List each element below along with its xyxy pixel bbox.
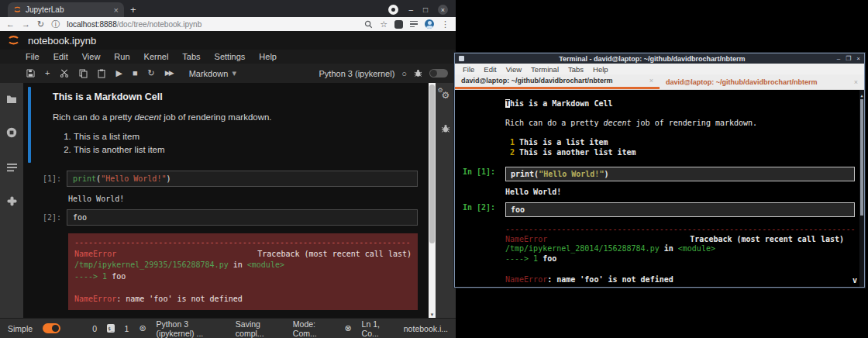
nbterm-code-input[interactable]: print("Hello World!") [505,167,855,181]
nbterm-prompt: In [2]: [463,202,505,212]
restart-kernel-button[interactable]: ↻ [148,69,155,78]
debugger-icon[interactable] [441,122,450,136]
tab-close-icon[interactable]: × [854,78,858,86]
site-info-icon[interactable]: ⓘ [51,19,60,30]
extension-icon[interactable] [394,20,403,29]
terminal-minimize-icon[interactable]: – [837,55,840,62]
nbterm-code-cell-2[interactable]: In [2]: foo [463,202,855,217]
browser-tab[interactable]: JupyterLab × [8,2,124,17]
tmenu-terminal[interactable]: Terminal [526,65,563,74]
error-message: : name 'foo' is not defined [116,295,243,303]
file-browser-icon[interactable] [6,93,17,107]
table-of-contents-icon[interactable] [7,161,17,175]
notification-icon[interactable]: ⊗ [344,323,351,333]
nbterm-code-cell-1[interactable]: In [1]: print("Hello World!") [463,167,855,181]
running-kernels-icon[interactable] [6,127,17,141]
markdown-cell[interactable]: This is a Markdown Cell Rich can do a pr… [23,83,429,167]
execution-prompt: [2]: [23,209,67,222]
menu-run[interactable]: Run [107,52,136,61]
cursor-position[interactable]: Ln 1, Co... [362,319,394,338]
copy-cells-button[interactable] [79,69,88,78]
kernel-icon: ⊚ [139,323,146,333]
menu-view[interactable]: View [75,52,108,61]
scrollbar-down-icon[interactable]: ▼ [429,312,436,317]
error-arrow: ----> 1 [74,272,112,281]
terminal-app-icon [459,56,464,61]
debugger-toggle[interactable] [429,69,448,78]
restart-run-all-button[interactable]: ▶▶ [165,69,173,78]
status-bar: Simple 0 $_ 1 ⊚ Python 3 (ipykernel) ...… [0,318,456,338]
paste-cells-button[interactable] [98,69,105,78]
tab-close-icon[interactable]: × [114,5,119,15]
tab-close-icon[interactable]: × [649,77,653,84]
cut-cells-button[interactable] [60,69,69,78]
tmenu-file[interactable]: File [458,65,479,74]
terminal-content[interactable]: This is a Markdown Cell Rich can do a pr… [455,90,864,287]
reload-icon[interactable]: ↻ [37,19,44,29]
save-button[interactable] [26,69,35,78]
saving-status: Saving compl... [236,319,283,338]
simple-mode-toggle[interactable] [43,323,60,333]
url-path: /doc/tree/notebook.ipynb [117,20,202,29]
zoom-icon[interactable] [364,20,373,29]
tmenu-help[interactable]: Help [588,65,613,74]
back-icon[interactable]: ← [6,19,15,29]
bookmark-star-icon[interactable]: ☆ [380,19,388,29]
menu-help[interactable]: Help [252,52,284,61]
new-tab-button[interactable]: + [130,4,136,17]
notebook-scrollbar[interactable]: ▼ [429,83,436,318]
browser-menu-icon[interactable]: ⋮ [441,19,450,29]
terminal-tab-inactive[interactable]: david@laptop: ~/github/davidbrochart/nbt… [660,74,864,89]
menu-kernel[interactable]: Kernel [137,52,176,61]
profile-avatar[interactable] [425,19,434,29]
interrupt-kernel-button[interactable]: ■ [133,69,138,78]
error-arrow: ----> 1 [505,254,542,263]
bug-icon[interactable] [414,69,422,78]
terminal-scrollbar[interactable]: ▲ [859,90,864,287]
run-cell-button[interactable]: ▶ [115,69,122,78]
code-cell-1[interactable]: [1]: print("Hello World!") [23,171,418,187]
nbterm-md-heading: his is a Markdown Cell [510,99,612,108]
menu-settings[interactable]: Settings [208,52,253,61]
tmenu-edit[interactable]: Edit [479,65,501,74]
extension-manager-icon[interactable] [7,195,17,209]
minimize-icon[interactable]: – [408,6,413,14]
terminals-count: 0 [92,324,97,333]
media-control-button[interactable] [388,5,398,15]
code-input[interactable]: print("Hello World!") [67,171,418,187]
terminal-tab-active[interactable]: david@laptop: ~/github/davidbrochart/nbt… [455,74,660,89]
simple-mode-label: Simple [8,324,33,333]
tmenu-view[interactable]: View [501,65,526,74]
kernel-name[interactable]: Python 3 (ipykernel) [319,69,395,78]
error-output: ----------------------------------------… [68,233,418,310]
code-input[interactable]: foo [67,209,418,226]
menu-edit[interactable]: Edit [46,52,75,61]
reading-list-icon[interactable] [410,21,418,28]
forward-icon[interactable]: → [22,19,30,29]
terminal-close-icon[interactable]: × [856,55,860,62]
add-cell-button[interactable]: + [45,69,50,78]
nbterm-code-input[interactable]: foo [505,202,855,217]
maximize-icon[interactable]: □ [423,6,428,14]
scrollbar-thumb[interactable] [429,84,435,243]
terminal-titlebar[interactable]: Terminal - david@laptop: ~/github/davidb… [455,53,864,64]
jupyter-favicon [13,5,22,14]
terminal-scrollbar-thumb[interactable] [860,99,863,216]
traceback-label: Traceback (most recent call last) [257,249,412,260]
nbterm-list-item: 2 This is another list item [505,147,855,157]
close-icon[interactable]: × [438,5,448,15]
terminal-restore-icon[interactable]: ❐ [846,55,851,62]
nbterm-error-output: ----------------------------------------… [505,225,855,285]
cell-type-dropdown[interactable]: Markdown ▾ [189,68,236,78]
tmenu-tabs[interactable]: Tabs [563,65,588,74]
address-bar[interactable]: localhost:8888/doc/tree/notebook.ipynb [67,20,202,29]
property-inspector-icon[interactable]: ⚙⚙ [442,90,450,101]
kernel-status-text[interactable]: Python 3 (ipykernel) ... [157,319,226,338]
menu-file[interactable]: File [19,52,46,61]
error-type: NameError [74,249,116,260]
menu-tabs[interactable]: Tabs [175,52,207,61]
mode-indicator[interactable]: Mode: Com... [293,319,335,338]
terminal-tabbar: david@laptop: ~/github/davidbrochart/nbt… [455,74,864,90]
terminal-title: Terminal - david@laptop: ~/github/davidb… [467,55,837,63]
code-cell-2[interactable]: [2]: foo [23,209,418,226]
